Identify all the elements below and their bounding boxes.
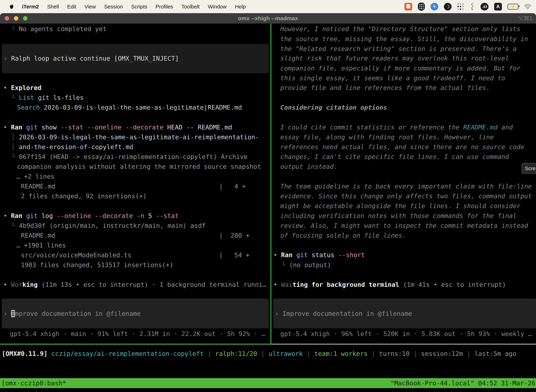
wifi-icon[interactable] — [524, 4, 531, 10]
terminal-line: companion file, especially if more comme… — [280, 63, 520, 73]
menu-item-scripts[interactable]: Scripts — [131, 4, 147, 10]
tmux-status-bar: [omx-cczip0:bash* "MacBook-Pro-44.local"… — [0, 378, 536, 388]
blue-badge-icon[interactable]: ϟ — [431, 3, 438, 10]
menubar-status-area: ϟ ☽ ..61 A ⚡ — [404, 3, 531, 11]
a-square-icon[interactable]: A — [494, 3, 502, 10]
moon-circle-icon[interactable]: ☽ — [444, 3, 452, 10]
window-top: omx --xhigh --madmax ⌥⌘1 — [0, 13, 536, 24]
terminal-line: references need actual files, and since … — [280, 142, 524, 152]
tab-shortcut-badge: ⌥⌘1 — [517, 15, 532, 22]
tmux-host-clock: "MacBook-Pro-44.local" 04:52 31-Mar-26 — [390, 378, 535, 388]
terminal-line: changes, I can't cite specific file line… — [280, 152, 509, 162]
shield-icon[interactable] — [418, 3, 425, 11]
terminal-line: slight risk that future readers may over… — [280, 53, 509, 63]
chat-icon[interactable] — [404, 3, 412, 10]
menu-item-help[interactable]: Help — [235, 4, 246, 10]
menu-item-session[interactable]: Session — [104, 4, 123, 10]
terminal-line: review. Also, I might want to inspect th… — [280, 221, 528, 231]
menu-item-toolbelt[interactable]: Toolbelt — [182, 4, 200, 10]
menu-item-edit[interactable]: Edit — [67, 4, 76, 10]
screen-overlay-label: Scre — [525, 163, 536, 173]
screen-overlay-button[interactable]: Scre — [522, 163, 536, 174]
terminal-line: the source tree, missing the essay. Stil… — [280, 34, 528, 44]
terminal-line: of focusing solely on file lines. — [280, 231, 406, 240]
app-name[interactable]: iTerm2 — [22, 4, 39, 10]
battery-charging-icon[interactable]: ⚡ — [507, 4, 518, 10]
close-button[interactable] — [5, 16, 9, 21]
minimize-button[interactable] — [14, 16, 18, 21]
terminal-line: the "Related research writing" section i… — [280, 44, 517, 54]
terminal-line: • Ran git status --short — [273, 250, 365, 260]
terminal-line: The team guideline is to back every impo… — [280, 182, 532, 191]
menu-item-profiles[interactable]: Profiles — [155, 4, 173, 10]
menu-item-window[interactable]: Window — [208, 4, 227, 10]
terminal-line: output instead. — [280, 162, 337, 172]
squiggle-icon[interactable] — [469, 3, 475, 10]
terminal-line: evidence. Since this change only affects… — [280, 191, 532, 201]
tmux-session-label[interactable]: [omx-cczip0:bash* — [1, 378, 66, 388]
terminal-line: Considering citation options — [280, 103, 387, 112]
dots-grid-icon[interactable] — [457, 3, 464, 10]
menubar-menus: ShellEditViewSessionScriptsProfilesToolb… — [39, 4, 246, 10]
terminal-line: › Improve documentation in @filename — [275, 309, 412, 319]
right-pane[interactable]: However, I noticed the "Directory Struct… — [0, 24, 536, 392]
terminal[interactable]: └ No agents completed yet› Ralph loop ac… — [0, 24, 536, 392]
zoom-button[interactable] — [23, 16, 27, 21]
apple-logo-icon[interactable] — [9, 4, 14, 9]
battery-61-badge-icon[interactable]: ..61 — [480, 3, 488, 10]
terminal-line: └ (no output) — [282, 260, 331, 270]
traffic-lights — [5, 16, 27, 21]
macos-menubar: iTerm2 ShellEditViewSessionScriptsProfil… — [0, 0, 536, 13]
terminal-line: • Waiting for background terminal (1m 41… — [273, 280, 506, 289]
terminal-line: essay file, along with finding root file… — [280, 132, 494, 142]
terminal-line: this single essay, it seems like a good … — [280, 73, 505, 83]
terminal-line: However, I noticed the "Directory Struct… — [280, 24, 520, 34]
terminal-line: I could cite commit statistics or refere… — [280, 122, 513, 132]
terminal-line: including verification notes with those … — [280, 211, 517, 221]
window-title: omx --xhigh --madmax — [238, 15, 298, 22]
terminal-line: gpt-5.4 xhigh · 96% left · 520K in · 5.8… — [280, 329, 532, 339]
terminal-line: provide file and line references from th… — [280, 83, 490, 93]
omx-status-line: [OMX#0.11.9] cczip/essay/ai-reimplementa… — [2, 349, 516, 359]
terminal-line: might be acceptable alongside the file l… — [280, 201, 520, 211]
menu-item-shell[interactable]: Shell — [47, 4, 59, 10]
menu-item-view[interactable]: View — [85, 4, 96, 10]
window-titlebar[interactable]: omx --xhigh --madmax ⌥⌘1 — [0, 13, 536, 24]
